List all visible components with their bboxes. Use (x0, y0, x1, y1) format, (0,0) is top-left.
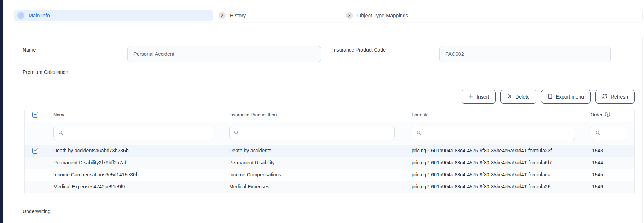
cell-formula: pricingP-601b904c-88c4-4575-9f80-35be4e5… (412, 184, 591, 189)
delete-button-label: Delete (515, 94, 529, 100)
plus-icon (468, 94, 474, 100)
cell-formula: pricingP-601b904c-88c4-4575-9f80-35be4e5… (412, 172, 591, 177)
refresh-button-label: Refresh (611, 94, 628, 100)
grid-filter-row (25, 122, 634, 145)
cell-order: 1545 (591, 172, 635, 177)
grid-toolbar: Insert Delete Export menu Refresh (462, 90, 635, 104)
tab-object-type-mappings[interactable]: 3 Object Type Mappings (342, 9, 642, 22)
table-row[interactable]: Medical Expenses4742ce91e9f9 Medical Exp… (25, 181, 634, 193)
select-all-checkbox[interactable] (32, 112, 38, 118)
tab-history[interactable]: 2 History (214, 9, 342, 22)
row-checkbox[interactable] (32, 148, 38, 154)
insert-button-label: Insert (477, 94, 489, 100)
left-nav-rail (0, 0, 3, 223)
delete-button[interactable]: Delete (500, 90, 536, 104)
insert-button[interactable]: Insert (462, 90, 496, 104)
table-row[interactable]: Income Compensations6e5d1415e30b Income … (25, 169, 634, 181)
search-icon (58, 130, 63, 137)
export-menu-button[interactable]: Export menu (541, 90, 591, 104)
refresh-button[interactable]: Refresh (595, 90, 635, 104)
formula-filter[interactable] (412, 127, 575, 140)
premium-calculation-section-label: Premium Calculation (23, 69, 68, 75)
indeterminate-icon (33, 112, 37, 117)
select-all-cell (25, 112, 53, 118)
refresh-icon (602, 93, 608, 100)
cell-item: Death by accidents (229, 148, 412, 153)
tab-label: Main Info (29, 13, 50, 18)
cell-name: Death by accidentsa6abd73b236b (53, 148, 229, 153)
cell-name: Income Compensations6e5d1415e30b (53, 172, 229, 177)
table-row[interactable]: Permanent Disability2f79bff2a7af Permane… (25, 157, 634, 169)
step-1-badge: 1 (17, 12, 24, 19)
wizard-tabbar: 1 Main Info 2 History 3 Object Type Mapp… (13, 9, 643, 22)
page: 1 Main Info 2 History 3 Object Type Mapp… (0, 0, 644, 223)
cell-name: Medical Expenses4742ce91e9f9 (53, 184, 229, 189)
underwriting-section-label: Underwriting (23, 209, 51, 214)
cell-formula: pricingP-601b904c-88c4-4575-9f80-35be4e5… (412, 160, 591, 165)
order-filter[interactable] (591, 127, 627, 140)
order-info-icon[interactable] (605, 111, 610, 118)
tab-main-info[interactable]: 1 Main Info (14, 10, 213, 21)
search-icon (595, 130, 601, 137)
export-menu-button-label: Export menu (556, 94, 584, 100)
name-filter-input[interactable] (66, 130, 214, 136)
cell-item: Income Compensations (229, 172, 412, 177)
cell-item: Medical Expenses (229, 184, 412, 189)
item-filter[interactable] (229, 127, 395, 140)
cell-order: 1543 (591, 148, 635, 153)
formula-filter-input[interactable] (424, 130, 575, 136)
column-header-formula[interactable]: Formula (412, 112, 591, 117)
tab-label: History (230, 13, 246, 18)
premium-calculation-grid: Name Insurance Product Item Formula Orde… (24, 107, 635, 196)
grid-header-row: Name Insurance Product Item Formula Orde… (25, 107, 634, 122)
document-icon (548, 94, 553, 100)
cell-formula: pricingP-601b904c-88c4-4575-9f80-35be4e5… (412, 148, 591, 153)
table-row[interactable]: Death by accidentsa6abd73b236b Death by … (25, 145, 634, 157)
column-header-item[interactable]: Insurance Product Item (229, 112, 412, 117)
cell-item: Permanent Disability (229, 160, 412, 165)
tab-label: Object Type Mappings (357, 13, 408, 18)
cell-order: 1544 (591, 160, 635, 165)
order-filter-input[interactable] (603, 130, 627, 136)
insurance-product-code-label: Insurance Product Code (332, 47, 386, 53)
column-header-name[interactable]: Name (53, 112, 229, 117)
cell-name: Permanent Disability2f79bff2a7af (53, 160, 229, 165)
search-icon (234, 130, 239, 137)
column-header-order[interactable]: Order (591, 111, 635, 118)
step-3-badge: 3 (346, 12, 353, 19)
column-header-order-label: Order (591, 112, 602, 117)
name-label: Name (23, 47, 36, 53)
name-input[interactable] (127, 46, 321, 62)
check-icon (33, 148, 37, 153)
cell-order: 1546 (591, 184, 635, 189)
step-2-badge: 2 (219, 12, 226, 19)
name-filter[interactable] (53, 127, 214, 140)
item-filter-input[interactable] (242, 130, 394, 136)
search-icon (416, 130, 422, 137)
insurance-product-code-input[interactable] (439, 46, 611, 62)
close-icon (507, 94, 512, 100)
row-select-cell (25, 148, 53, 154)
